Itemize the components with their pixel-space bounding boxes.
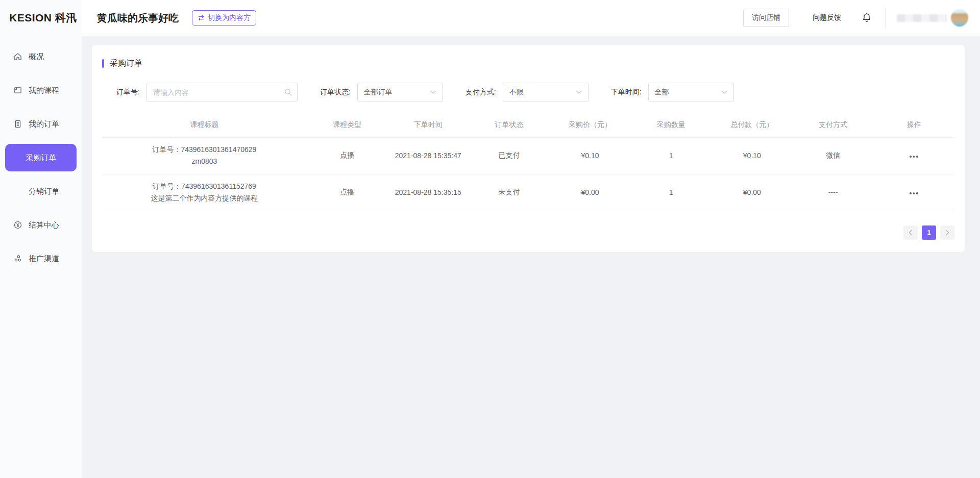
cell-course-title: 订单号：7439616301361152769 这是第二个作为内容方提供的课程 — [102, 174, 307, 211]
orders-table: 课程标题 课程类型 下单时间 订单状态 采购价（元） 采购数量 总付款（元） 支… — [102, 113, 954, 211]
more-actions-icon[interactable] — [908, 189, 920, 197]
cell-order-time: 2021-08-28 15:35:47 — [387, 137, 469, 174]
cell-purchase-price: ¥0.00 — [550, 174, 631, 211]
avatar — [951, 9, 968, 27]
sidebar-item-promotion-channels[interactable]: 推广渠道 — [0, 242, 82, 275]
chevron-down-icon — [576, 90, 582, 94]
pay-method-value: 不限 — [509, 88, 524, 97]
col-order-status: 订单状态 — [469, 113, 550, 137]
sidebar-item-label: 采购订单 — [26, 153, 56, 163]
course-title-text: 这是第二个作为内容方提供的课程 — [102, 192, 307, 204]
cell-total-paid: ¥0.10 — [712, 137, 793, 174]
order-status-label: 订单状态: — [320, 88, 351, 97]
sidebar-item-label: 推广渠道 — [29, 254, 59, 264]
cell-course-type: 点播 — [307, 174, 388, 211]
topbar-divider — [885, 8, 886, 28]
col-course-type: 课程类型 — [307, 113, 388, 137]
sidebar-item-settlement-center[interactable]: 结算中心 — [0, 208, 82, 242]
order-time-label: 下单时间: — [611, 88, 642, 97]
brand-logo: KESION 科汛 — [0, 0, 82, 36]
course-title-text: zm0803 — [102, 156, 307, 167]
cell-purchase-price: ¥0.10 — [550, 137, 631, 174]
sidebar-nav: 概况 我的课程 我的订单 采购订单 分销订单 结算中心 — [0, 36, 82, 275]
table-row: 订单号：7439616301361152769 这是第二个作为内容方提供的课程 … — [102, 174, 954, 211]
cell-pay-method: 微信 — [793, 137, 874, 174]
switch-role-button[interactable]: 切换为内容方 — [192, 10, 256, 26]
cell-quantity: 1 — [630, 137, 712, 174]
switch-role-label: 切换为内容方 — [208, 13, 251, 22]
order-no-label: 订单号: — [116, 88, 140, 97]
order-time-select[interactable]: 全部 — [648, 83, 734, 102]
feedback-link[interactable]: 问题反馈 — [813, 13, 841, 22]
search-icon[interactable] — [284, 88, 292, 98]
col-quantity: 采购数量 — [630, 113, 712, 137]
sidebar-item-label: 概况 — [29, 52, 44, 62]
sidebar: KESION 科汛 概况 我的课程 我的订单 采购订单 分销订单 — [0, 0, 82, 478]
table-row: 订单号：7439616301361470629 zm0803 点播 2021-0… — [102, 137, 954, 174]
sidebar-item-label: 分销订单 — [29, 187, 59, 196]
filter-order-time: 下单时间: 全部 — [611, 83, 734, 102]
channels-share-icon — [13, 254, 22, 263]
sidebar-item-label: 结算中心 — [29, 220, 59, 230]
chevron-down-icon — [430, 90, 436, 94]
next-page-button[interactable] — [940, 225, 954, 240]
pay-method-select[interactable]: 不限 — [503, 83, 589, 102]
visit-shop-button[interactable]: 访问店铺 — [743, 9, 789, 27]
home-icon — [13, 52, 22, 61]
current-page-button[interactable]: 1 — [922, 225, 936, 240]
order-status-select[interactable]: 全部订单 — [357, 83, 443, 102]
sidebar-item-label: 我的订单 — [29, 119, 59, 129]
sidebar-item-my-orders[interactable]: 我的订单 — [0, 107, 82, 141]
order-no-input[interactable] — [146, 83, 298, 102]
topbar: 黄瓜味的乐事好吃 切换为内容方 访问店铺 问题反馈 — [82, 0, 980, 36]
cell-order-status: 未支付 — [469, 174, 550, 211]
col-course-title: 课程标题 — [102, 113, 307, 137]
order-no-text: 订单号：7439616301361470629 — [102, 144, 307, 156]
cell-pay-method: ---- — [793, 174, 874, 211]
settlement-yuan-icon — [13, 220, 22, 230]
pagination: 1 — [102, 225, 954, 240]
filter-order-status: 订单状态: 全部订单 — [320, 83, 443, 102]
col-actions: 操作 — [873, 113, 954, 137]
course-board-icon — [13, 86, 22, 95]
prev-page-button[interactable] — [903, 225, 918, 240]
filter-order-no: 订单号: — [116, 83, 298, 102]
cell-quantity: 1 — [630, 174, 712, 211]
col-pay-method: 支付方式 — [793, 113, 874, 137]
sidebar-item-my-courses[interactable]: 我的课程 — [0, 73, 82, 107]
username-redacted — [897, 14, 947, 22]
cell-actions — [873, 137, 954, 174]
page-title: 采购订单 — [110, 58, 142, 69]
panel-title-row: 采购订单 — [102, 58, 954, 69]
filter-pay-method: 支付方式: 不限 — [465, 83, 589, 102]
cell-course-title: 订单号：7439616301361470629 zm0803 — [102, 137, 307, 174]
user-account-area[interactable] — [897, 9, 968, 27]
chevron-down-icon — [721, 90, 727, 94]
col-order-time: 下单时间 — [387, 113, 469, 137]
more-actions-icon[interactable] — [908, 153, 920, 161]
filter-bar: 订单号: 订单状态: 全部订单 支付方式: — [116, 83, 954, 102]
cell-order-status: 已支付 — [469, 137, 550, 174]
cell-actions — [873, 174, 954, 211]
col-total-paid: 总付款（元） — [712, 113, 793, 137]
shop-name: 黄瓜味的乐事好吃 — [97, 11, 179, 25]
notification-bell-icon[interactable] — [862, 12, 872, 23]
sidebar-item-label: 我的课程 — [29, 86, 59, 95]
order-no-input-wrap — [146, 83, 298, 102]
order-time-value: 全部 — [655, 88, 669, 97]
col-purchase-price: 采购价（元） — [550, 113, 631, 137]
table-header-row: 课程标题 课程类型 下单时间 订单状态 采购价（元） 采购数量 总付款（元） 支… — [102, 113, 954, 137]
cell-order-time: 2021-08-28 15:35:15 — [387, 174, 469, 211]
sidebar-item-purchase-orders-wrap: 采购订单 — [0, 141, 82, 174]
cell-total-paid: ¥0.00 — [712, 174, 793, 211]
cell-course-type: 点播 — [307, 137, 388, 174]
title-accent-bar — [102, 59, 104, 68]
purchase-orders-panel: 采购订单 订单号: 订单状态: 全部订单 — [92, 45, 965, 252]
sidebar-item-overview[interactable]: 概况 — [0, 40, 82, 73]
pay-method-label: 支付方式: — [465, 88, 496, 97]
swap-icon — [198, 14, 205, 21]
sidebar-item-purchase-orders[interactable]: 采购订单 — [5, 144, 77, 171]
main-content: 采购订单 订单号: 订单状态: 全部订单 — [82, 36, 980, 478]
sidebar-item-distribution-orders[interactable]: 分销订单 — [0, 174, 82, 208]
order-no-text: 订单号：7439616301361152769 — [102, 181, 307, 192]
